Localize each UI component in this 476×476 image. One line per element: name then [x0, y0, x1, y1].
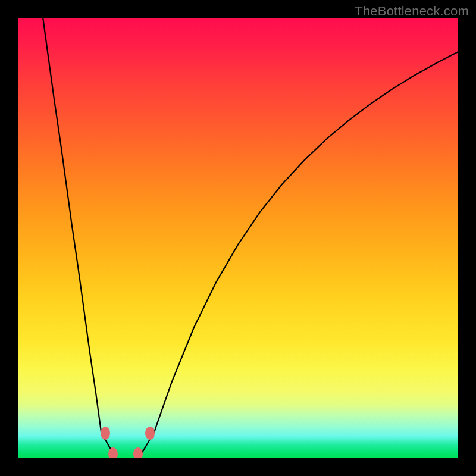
- highlight-marker: [145, 427, 155, 440]
- curve-path: [43, 18, 458, 458]
- chart-frame: TheBottleneck.com: [0, 0, 476, 476]
- highlight-marker: [101, 427, 110, 440]
- bottleneck-curve: [18, 18, 458, 458]
- watermark-text: TheBottleneck.com: [355, 4, 469, 19]
- plot-area: [18, 18, 458, 458]
- highlight-marker: [133, 447, 143, 458]
- highlight-marker: [108, 447, 118, 458]
